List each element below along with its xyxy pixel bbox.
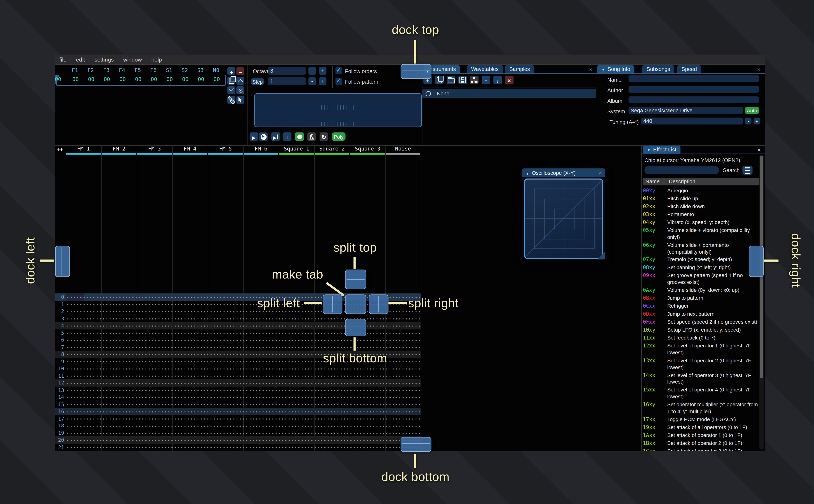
instrument-move-down-button[interactable] xyxy=(494,76,502,84)
search-options-button[interactable] xyxy=(743,166,753,175)
tab-subsongs[interactable]: Subsongs xyxy=(642,65,675,73)
effect-row[interactable]: 10xySetup LFO (x: enable; y: speed) xyxy=(643,327,760,334)
author-field[interactable] xyxy=(629,86,759,93)
tab-samples[interactable]: Samples xyxy=(505,65,534,73)
effect-row[interactable]: 11xxSet feedback (0 to 7) xyxy=(643,335,760,342)
order-cell[interactable]: 00 xyxy=(130,76,146,82)
menu-item-edit[interactable]: edit xyxy=(76,56,85,63)
effect-row[interactable]: 16xySet operator multiplier (x: operator… xyxy=(643,402,760,415)
effect-row[interactable]: 1AxxSet attack of operator 1 (0 to 1F) xyxy=(643,432,760,439)
order-cell[interactable]: 00 xyxy=(99,76,114,82)
oscilloscope-close-icon[interactable]: × xyxy=(597,169,604,176)
step-plus-button[interactable]: + xyxy=(319,77,326,85)
effect-row[interactable]: 0BxxJump to pattern xyxy=(643,295,760,302)
menu-item-help[interactable]: help xyxy=(151,56,162,63)
oscilloscope-title-bar[interactable]: Oscilloscope (X-Y) × xyxy=(522,168,605,177)
instrument-delete-button[interactable] xyxy=(505,76,514,84)
split-bottom-target[interactable] xyxy=(345,319,366,336)
effect-row[interactable]: 0AxyVolume slide (0y: down; x0: up) xyxy=(643,287,760,294)
order-move-up-button[interactable] xyxy=(236,77,244,85)
dock-bottom-target[interactable] xyxy=(401,437,432,452)
effect-row[interactable]: 13xxSet level of operator 2 (0 highest, … xyxy=(643,357,760,371)
effect-row[interactable]: 1BxxSet attack of operator 2 (0 to 1F) xyxy=(643,440,760,447)
split-right-target[interactable] xyxy=(369,295,388,314)
effect-row[interactable]: 00xyArpeggio xyxy=(643,188,760,194)
effect-row[interactable]: 0FxxSet speed (speed 2 if no grooves exi… xyxy=(643,319,760,326)
collapse-icon[interactable] xyxy=(526,170,529,176)
name-field[interactable] xyxy=(629,75,759,82)
record-button[interactable] xyxy=(295,132,303,141)
system-auto-button[interactable]: Auto xyxy=(745,107,759,114)
effect-row[interactable]: 12xxSet level of operator 1 (0 highest, … xyxy=(643,343,760,356)
menu-item-settings[interactable]: settings xyxy=(95,56,114,63)
pattern-row[interactable]: 3 xyxy=(55,315,422,322)
tuning-minus-button[interactable]: - xyxy=(745,118,752,124)
effect-row[interactable]: 19xxSet attack of all operators (0 to 1F… xyxy=(643,424,760,431)
tab-effect-list[interactable]: Effect List xyxy=(643,146,681,154)
follow-pattern-checkbox[interactable] xyxy=(335,78,342,85)
effect-row[interactable]: 01xxPitch slide up xyxy=(643,195,760,202)
order-remove-button[interactable] xyxy=(236,67,244,75)
tab-wavetables[interactable]: Wavetables xyxy=(467,65,503,73)
order-cell[interactable]: 00 xyxy=(83,76,99,82)
orders-selected-row[interactable]: 0000000000000000000000 xyxy=(56,75,226,86)
instrument-duplicate-button[interactable] xyxy=(435,76,444,84)
pattern-row[interactable]: 12 xyxy=(55,379,422,386)
order-cell[interactable]: 00 xyxy=(178,76,193,82)
split-left-target[interactable] xyxy=(323,295,342,314)
order-cell[interactable]: 00 xyxy=(146,76,162,82)
album-field[interactable] xyxy=(629,96,759,103)
order-move-down-button[interactable] xyxy=(227,86,235,94)
dock-left-target[interactable] xyxy=(55,246,70,277)
tab-song-info[interactable]: Song Info xyxy=(597,65,635,73)
octave-input[interactable] xyxy=(268,67,306,75)
play-one-row-button[interactable] xyxy=(271,132,280,141)
effect-row[interactable]: 04xyVibrato (x: speed; y: depth) xyxy=(643,219,760,226)
instrument-move-up-button[interactable] xyxy=(482,76,490,84)
octave-minus-button[interactable]: - xyxy=(308,67,316,75)
effect-row[interactable]: 07xyTremolo (x: speed; y: depth) xyxy=(643,257,760,263)
step-input[interactable] xyxy=(268,77,306,85)
pattern-row[interactable]: 10 xyxy=(55,365,422,372)
order-add-button[interactable] xyxy=(227,67,235,75)
effect-row[interactable]: 06xyVolume slide + portamento (compatibi… xyxy=(643,242,760,256)
order-unlink-button[interactable] xyxy=(227,96,235,104)
instrument-save-button[interactable] xyxy=(459,76,467,84)
pattern-row[interactable]: 13 xyxy=(55,386,422,393)
pattern-row[interactable]: 19 xyxy=(55,429,422,436)
effect-row[interactable]: 03xxPortamento xyxy=(643,211,760,218)
dock-right-target[interactable] xyxy=(749,246,764,277)
collapse-icon[interactable] xyxy=(602,66,605,72)
make-tab-target[interactable] xyxy=(345,295,366,314)
pattern-row[interactable]: 14 xyxy=(55,393,422,401)
effect-row[interactable]: 17xxToggle PCM mode (LEGACY) xyxy=(643,416,760,423)
order-cell[interactable]: 00 xyxy=(68,76,83,82)
pattern-row[interactable]: 5 xyxy=(55,329,422,336)
instruments-close-icon[interactable]: × xyxy=(588,66,594,73)
dock-top-target[interactable] xyxy=(401,64,432,79)
order-cell[interactable]: 00 xyxy=(193,76,209,82)
pattern-row[interactable]: 11 xyxy=(55,372,422,379)
order-cell[interactable]: 00 xyxy=(209,76,224,82)
metronome-button[interactable] xyxy=(307,132,316,141)
effect-row[interactable]: 15xxSet level of operator 4 (0 highest, … xyxy=(643,387,760,400)
order-move-to-end-button[interactable] xyxy=(236,86,244,94)
follow-orders-checkbox[interactable] xyxy=(335,67,342,74)
effect-search-input[interactable] xyxy=(644,166,719,174)
menu-item-window[interactable]: window xyxy=(123,56,142,63)
effect-row[interactable]: 0CxxRetrigger xyxy=(643,303,760,310)
effect-row[interactable]: 08xySet panning (x: left; y: right) xyxy=(643,265,760,271)
pattern-row[interactable]: 20 xyxy=(55,436,422,444)
play-pattern-button[interactable] xyxy=(259,132,268,141)
repeat-button[interactable] xyxy=(319,132,328,141)
effect-row[interactable]: 0DxxJump to next pattern xyxy=(643,311,760,318)
poly-toggle-button[interactable]: Poly xyxy=(332,132,345,141)
menu-item-file[interactable]: file xyxy=(59,56,67,63)
tuning-field[interactable] xyxy=(641,118,743,124)
effect-row[interactable]: 09xxSet groove pattern (speed 1 if no gr… xyxy=(643,272,760,286)
system-field[interactable] xyxy=(629,107,743,114)
octave-plus-button[interactable]: + xyxy=(319,67,326,75)
order-cell[interactable]: 00 xyxy=(115,76,130,82)
split-top-target[interactable] xyxy=(345,270,366,289)
resize-grip[interactable] xyxy=(597,252,605,260)
